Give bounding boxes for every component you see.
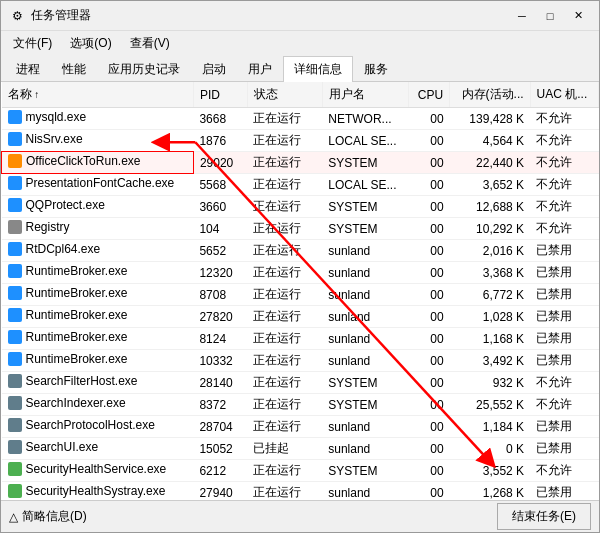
menu-options[interactable]: 选项(O) — [62, 33, 119, 54]
process-name: RuntimeBroker.exe — [26, 352, 128, 366]
tab-performance[interactable]: 性能 — [51, 56, 97, 82]
table-row[interactable]: OfficeClickToRun.exe 29020 正在运行 SYSTEM 0… — [2, 152, 599, 174]
col-header-mem[interactable]: 内存(活动... — [450, 82, 531, 108]
process-name: QQProtect.exe — [26, 198, 105, 212]
table-row[interactable]: SearchIndexer.exe 8372 正在运行 SYSTEM 00 25… — [2, 394, 599, 416]
col-header-status[interactable]: 状态 — [247, 82, 322, 108]
title-bar: ⚙ 任务管理器 ─ □ ✕ — [1, 1, 599, 31]
cell-mem: 1,184 K — [450, 416, 531, 438]
menu-file[interactable]: 文件(F) — [5, 33, 60, 54]
cell-uac: 不允许 — [530, 372, 598, 394]
cell-user: NETWOR... — [322, 108, 408, 130]
cell-mem: 25,552 K — [450, 394, 531, 416]
cell-status: 正在运行 — [247, 196, 322, 218]
cell-uac: 已禁用 — [530, 416, 598, 438]
col-header-name[interactable]: 名称 — [2, 82, 194, 108]
cell-pid: 3668 — [193, 108, 247, 130]
col-header-uac[interactable]: UAC 机... — [530, 82, 598, 108]
cell-status: 正在运行 — [247, 130, 322, 152]
summary-toggle[interactable]: △ 简略信息(D) — [9, 508, 87, 525]
cell-status: 正在运行 — [247, 372, 322, 394]
end-task-button[interactable]: 结束任务(E) — [497, 503, 591, 530]
process-table: 名称 PID 状态 用户名 CPU 内存(活动... UAC 机... mysq… — [1, 82, 599, 500]
cell-user: sunland — [322, 306, 408, 328]
cell-uac: 不允许 — [530, 394, 598, 416]
cell-uac: 不允许 — [530, 460, 598, 482]
cell-uac: 不允许 — [530, 130, 598, 152]
cell-status: 正在运行 — [247, 174, 322, 196]
close-button[interactable]: ✕ — [565, 6, 591, 26]
cell-user: SYSTEM — [322, 460, 408, 482]
maximize-button[interactable]: □ — [537, 6, 563, 26]
cell-name: RuntimeBroker.exe — [2, 350, 194, 372]
table-row[interactable]: NisSrv.exe 1876 正在运行 LOCAL SE... 00 4,56… — [2, 130, 599, 152]
cell-pid: 104 — [193, 218, 247, 240]
table-row[interactable]: RuntimeBroker.exe 10332 正在运行 sunland 00 … — [2, 350, 599, 372]
cell-user: sunland — [322, 240, 408, 262]
table-row[interactable]: mysqld.exe 3668 正在运行 NETWOR... 00 139,42… — [2, 108, 599, 130]
cell-mem: 3,368 K — [450, 262, 531, 284]
process-name: PresentationFontCache.exe — [26, 176, 175, 190]
process-icon — [8, 264, 22, 278]
table-row[interactable]: QQProtect.exe 3660 正在运行 SYSTEM 00 12,688… — [2, 196, 599, 218]
table-row[interactable]: SecurityHealthSystray.exe 27940 正在运行 sun… — [2, 482, 599, 501]
process-icon — [8, 484, 22, 498]
table-row[interactable]: SearchProtocolHost.exe 28704 正在运行 sunlan… — [2, 416, 599, 438]
tab-processes[interactable]: 进程 — [5, 56, 51, 82]
cell-name: SearchUI.exe — [2, 438, 194, 460]
col-header-user[interactable]: 用户名 — [322, 82, 408, 108]
content-area: 名称 PID 状态 用户名 CPU 内存(活动... UAC 机... mysq… — [1, 82, 599, 500]
process-icon — [8, 198, 22, 212]
process-icon — [8, 220, 22, 234]
table-row[interactable]: RuntimeBroker.exe 8124 正在运行 sunland 00 1… — [2, 328, 599, 350]
cell-pid: 8124 — [193, 328, 247, 350]
cell-name: OfficeClickToRun.exe — [2, 152, 194, 174]
cell-name: RuntimeBroker.exe — [2, 284, 194, 306]
menu-bar: 文件(F) 选项(O) 查看(V) — [1, 31, 599, 56]
col-header-pid[interactable]: PID — [193, 82, 247, 108]
tab-app-history[interactable]: 应用历史记录 — [97, 56, 191, 82]
table-row[interactable]: RuntimeBroker.exe 8708 正在运行 sunland 00 6… — [2, 284, 599, 306]
cell-user: LOCAL SE... — [322, 130, 408, 152]
table-row[interactable]: SearchFilterHost.exe 28140 正在运行 SYSTEM 0… — [2, 372, 599, 394]
cell-mem: 1,268 K — [450, 482, 531, 501]
cell-cpu: 00 — [408, 196, 449, 218]
process-icon — [8, 154, 22, 168]
cell-status: 正在运行 — [247, 350, 322, 372]
table-row[interactable]: SearchUI.exe 15052 已挂起 sunland 00 0 K 已禁… — [2, 438, 599, 460]
cell-cpu: 00 — [408, 218, 449, 240]
minimize-button[interactable]: ─ — [509, 6, 535, 26]
cell-uac: 已禁用 — [530, 328, 598, 350]
table-row[interactable]: Registry 104 正在运行 SYSTEM 00 10,292 K 不允许 — [2, 218, 599, 240]
tab-services[interactable]: 服务 — [353, 56, 399, 82]
cell-name: NisSrv.exe — [2, 130, 194, 152]
cell-pid: 8708 — [193, 284, 247, 306]
process-table-container[interactable]: 名称 PID 状态 用户名 CPU 内存(活动... UAC 机... mysq… — [1, 82, 599, 500]
tab-details[interactable]: 详细信息 — [283, 56, 353, 82]
table-row[interactable]: RuntimeBroker.exe 12320 正在运行 sunland 00 … — [2, 262, 599, 284]
cell-mem: 3,552 K — [450, 460, 531, 482]
cell-user: SYSTEM — [322, 218, 408, 240]
col-header-cpu[interactable]: CPU — [408, 82, 449, 108]
process-name: OfficeClickToRun.exe — [26, 154, 141, 168]
menu-view[interactable]: 查看(V) — [122, 33, 178, 54]
table-row[interactable]: RtDCpl64.exe 5652 正在运行 sunland 00 2,016 … — [2, 240, 599, 262]
table-row[interactable]: RuntimeBroker.exe 27820 正在运行 sunland 00 … — [2, 306, 599, 328]
table-row[interactable]: SecurityHealthService.exe 6212 正在运行 SYST… — [2, 460, 599, 482]
cell-uac: 已禁用 — [530, 438, 598, 460]
process-icon — [8, 132, 22, 146]
table-row[interactable]: PresentationFontCache.exe 5568 正在运行 LOCA… — [2, 174, 599, 196]
cell-mem: 3,492 K — [450, 350, 531, 372]
window-title: 任务管理器 — [31, 7, 509, 24]
process-name: mysqld.exe — [26, 110, 87, 124]
tab-users[interactable]: 用户 — [237, 56, 283, 82]
cell-mem: 4,564 K — [450, 130, 531, 152]
cell-uac: 不允许 — [530, 174, 598, 196]
summary-label[interactable]: 简略信息(D) — [22, 508, 87, 525]
process-name: RuntimeBroker.exe — [26, 308, 128, 322]
cell-user: sunland — [322, 262, 408, 284]
cell-pid: 10332 — [193, 350, 247, 372]
cell-pid: 5652 — [193, 240, 247, 262]
tab-startup[interactable]: 启动 — [191, 56, 237, 82]
cell-name: SearchProtocolHost.exe — [2, 416, 194, 438]
